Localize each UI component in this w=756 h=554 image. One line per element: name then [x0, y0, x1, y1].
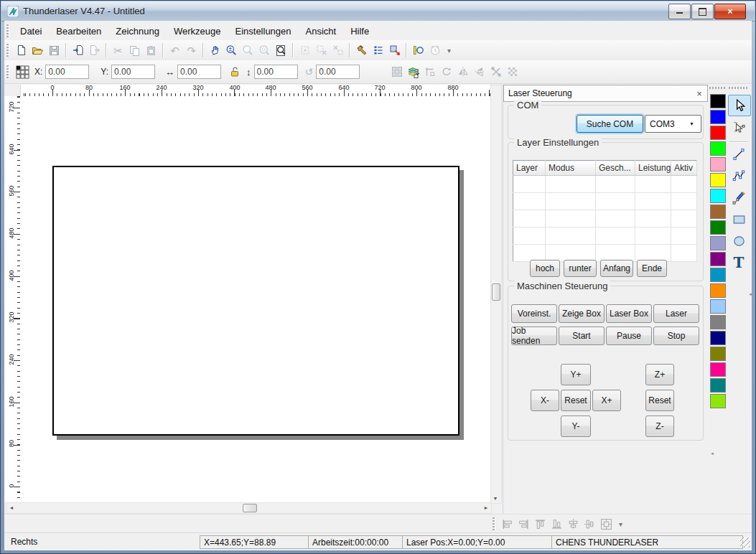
- zoom-selection-button[interactable]: [240, 42, 256, 59]
- preset-button[interactable]: Voreinst.: [511, 304, 557, 323]
- menu-hilfe[interactable]: Hilfe: [343, 23, 376, 39]
- stop-button[interactable]: Stop: [653, 327, 699, 345]
- dither-button[interactable]: [504, 64, 521, 80]
- color-swatch[interactable]: [710, 315, 726, 329]
- align-top-button[interactable]: [532, 516, 549, 532]
- resize-grip[interactable]: [740, 537, 750, 548]
- com-port-select[interactable]: COM3 ▼: [645, 115, 701, 133]
- layer-table[interactable]: Layer Modus Gesch... Leistung Aktiv: [513, 160, 697, 262]
- new-document-button[interactable]: [13, 42, 29, 59]
- node-edit-tool-button[interactable]: [728, 117, 750, 137]
- horizontal-scroll-thumb[interactable]: [243, 504, 257, 512]
- array-copy-button[interactable]: [388, 64, 405, 80]
- color-swatch[interactable]: [710, 157, 726, 172]
- toolbar-gripper[interactable]: [6, 65, 9, 78]
- align-left-button[interactable]: [499, 516, 515, 532]
- node-delete-button[interactable]: [313, 42, 330, 59]
- color-swatch[interactable]: [710, 331, 726, 345]
- rotation-input[interactable]: [316, 65, 360, 79]
- line-tool-button[interactable]: [728, 144, 750, 164]
- menu-werkzeuge[interactable]: Werkzeuge: [167, 23, 228, 39]
- layer-last-button[interactable]: Ende: [637, 260, 667, 277]
- title-bar[interactable]: Thunderlaser V4.47 - Untitled ×: [1, 1, 755, 22]
- pick-position-button[interactable]: [386, 42, 403, 59]
- ellipse-tool-button[interactable]: [728, 231, 750, 251]
- curve-start-button[interactable]: [410, 42, 426, 59]
- menu-einstellungen[interactable]: Einstellungen: [228, 23, 298, 39]
- jog-z-minus-button[interactable]: Z-: [645, 416, 674, 437]
- toolbar-overflow[interactable]: ▾: [619, 520, 622, 528]
- zoom-page-button[interactable]: [273, 42, 289, 59]
- layer-table-header[interactable]: Layer Modus Gesch... Leistung Aktiv: [513, 161, 697, 176]
- color-swatch[interactable]: [710, 126, 726, 140]
- height-input[interactable]: [254, 65, 298, 79]
- color-swatch[interactable]: [710, 394, 726, 408]
- flip-vertical-button[interactable]: [454, 64, 471, 80]
- toolbar-gripper[interactable]: [6, 44, 9, 57]
- menu-ansicht[interactable]: Ansicht: [299, 23, 344, 39]
- jog-z-plus-button[interactable]: Z+: [645, 364, 674, 385]
- search-com-button[interactable]: Suche COM: [577, 115, 643, 133]
- jog-y-plus-button[interactable]: Y+: [561, 364, 591, 385]
- color-swatch[interactable]: [710, 141, 726, 156]
- rotate-free-button[interactable]: [438, 64, 454, 80]
- y-position-input[interactable]: [111, 65, 155, 79]
- send-job-button[interactable]: Job senden: [511, 327, 557, 345]
- copy-button[interactable]: [126, 42, 143, 59]
- color-swatch[interactable]: [710, 189, 726, 203]
- cut-button[interactable]: ✂: [110, 42, 126, 59]
- save-button[interactable]: [46, 42, 62, 59]
- node-select-button[interactable]: [297, 42, 313, 59]
- pause-button[interactable]: Pause: [606, 327, 652, 345]
- laser-box-button[interactable]: Laser Box: [606, 304, 652, 323]
- vertical-scroll-thumb[interactable]: [492, 283, 500, 301]
- toolbar-overflow[interactable]: ▾: [447, 47, 451, 55]
- laser-button[interactable]: Laser: [653, 304, 699, 323]
- color-swatch[interactable]: [710, 205, 726, 219]
- color-swatch[interactable]: [710, 173, 726, 187]
- color-swatch[interactable]: [710, 236, 726, 250]
- tools-gripper[interactable]: [729, 87, 749, 89]
- import-button[interactable]: [70, 42, 86, 59]
- zoom-all-button[interactable]: [256, 42, 273, 59]
- color-swatch[interactable]: [710, 362, 726, 377]
- tools-collapse-arrow[interactable]: ◄: [748, 292, 752, 296]
- jog-y-minus-button[interactable]: Y-: [561, 416, 591, 437]
- scroll-left-arrow[interactable]: ◄: [7, 503, 16, 512]
- menu-bearbeiten[interactable]: Bearbeiten: [49, 23, 108, 39]
- anchor-point-button[interactable]: [13, 64, 32, 80]
- redo-button[interactable]: ↷: [183, 42, 200, 59]
- layer-down-button[interactable]: runter: [564, 260, 597, 277]
- center-horizontal-button[interactable]: [565, 516, 582, 532]
- timer-button[interactable]: [426, 42, 443, 59]
- x-position-input[interactable]: [45, 65, 89, 79]
- scroll-right-arrow[interactable]: ►: [482, 503, 490, 512]
- maximize-button[interactable]: [691, 4, 714, 19]
- polyline-tool-button[interactable]: [728, 166, 750, 186]
- jog-reset-xy-button[interactable]: Reset: [561, 390, 591, 411]
- jog-x-minus-button[interactable]: X-: [531, 390, 559, 411]
- pen-tool-button[interactable]: [728, 187, 750, 207]
- jog-x-plus-button[interactable]: X+: [592, 390, 621, 411]
- color-swatch[interactable]: [710, 110, 726, 124]
- work-page[interactable]: [52, 166, 459, 436]
- color-swatch[interactable]: [710, 252, 726, 266]
- color-swatch[interactable]: [710, 268, 726, 282]
- palette-gripper[interactable]: [709, 87, 725, 89]
- close-button[interactable]: ×: [714, 4, 746, 19]
- menu-zeichnung[interactable]: Zeichnung: [108, 23, 167, 39]
- center-vertical-button[interactable]: [582, 516, 598, 532]
- toolbar-gripper[interactable]: [493, 517, 495, 530]
- paste-button[interactable]: [143, 42, 159, 59]
- toolbar-gripper[interactable]: [6, 24, 9, 37]
- color-swatch[interactable]: [710, 94, 726, 108]
- node-add-button[interactable]: [330, 42, 346, 59]
- open-file-button[interactable]: [29, 42, 46, 59]
- color-swatch[interactable]: [710, 283, 726, 298]
- panel-close-icon[interactable]: ×: [693, 88, 706, 99]
- align-bottom-button[interactable]: [549, 516, 565, 532]
- horizontal-scrollbar[interactable]: ◄ ►: [6, 502, 492, 514]
- align-right-button[interactable]: [515, 516, 532, 532]
- color-swatch[interactable]: [710, 347, 726, 361]
- layer-up-button[interactable]: hoch: [530, 260, 560, 277]
